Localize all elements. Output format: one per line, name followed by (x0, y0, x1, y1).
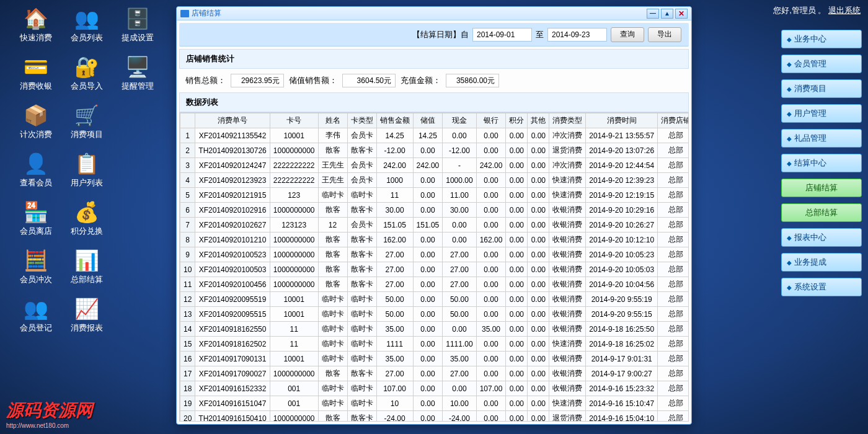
cell: 0.00 (476, 262, 506, 277)
col-header[interactable]: 销售金额 (376, 113, 413, 128)
col-header[interactable]: 卡号 (270, 113, 318, 128)
menu-店铺结算[interactable]: 店铺结算 (781, 179, 862, 197)
menu-总部结算[interactable]: 总部结算 (781, 203, 862, 222)
desktop-icon-用户列表[interactable]: 📋用户列表 (62, 151, 112, 188)
menu-用户管理[interactable]: 用户管理 (781, 104, 862, 123)
desktop-icon-提醒管理[interactable]: 🖥️提醒管理 (113, 55, 162, 92)
desktop-icon-计次消费[interactable]: 📦计次消费 (11, 103, 61, 140)
cell: 退货消费 (549, 143, 586, 158)
col-header[interactable]: 储值 (413, 113, 443, 128)
col-header[interactable]: 消费类型 (549, 113, 586, 128)
desktop-icon-消费报表[interactable]: 📈消费报表 (62, 296, 112, 334)
cell: 临时卡 (318, 322, 347, 337)
table-row[interactable]: 11XF201409201004561000000000散客散客卡27.000.… (180, 277, 689, 292)
col-header[interactable]: 银行 (476, 113, 506, 128)
desktop-icon-快速消费[interactable]: 🏠快速消费 (11, 6, 61, 43)
table-row[interactable]: 17XF201409170900271000000000散客散客卡27.000.… (180, 366, 689, 381)
table-row[interactable]: 20TH201409161504101000000000散客散客卡-24.000… (180, 411, 689, 422)
table-row[interactable]: 3XF201409201242472222222222王先生会员卡242.002… (180, 158, 689, 173)
date-from-input[interactable] (472, 28, 532, 42)
query-button[interactable]: 查询 (611, 27, 644, 42)
app-icon: 📋 (73, 151, 101, 176)
col-header[interactable]: 积分 (506, 113, 528, 128)
cell: 9 (180, 247, 195, 262)
table-row[interactable]: 18XF20140916152332001临时卡临时卡107.000.000.0… (180, 381, 689, 396)
table-row[interactable]: 9XF201409201005231000000000散客散客卡27.000.0… (180, 247, 689, 262)
desktop-icon-提成设置[interactable]: 🗄️提成设置 (113, 6, 162, 43)
app-icon: 🏪 (22, 200, 50, 224)
table-row[interactable]: 16XF2014091709013110001临时卡临时卡35.000.0035… (180, 352, 689, 366)
cell: 0.00 (413, 143, 443, 158)
menu-报表中心[interactable]: 报表中心 (781, 228, 862, 247)
table-row[interactable]: 12XF2014092009551910001临时卡临时卡50.000.0050… (180, 292, 689, 307)
desktop-icon-会员导入[interactable]: 🔐会员导入 (62, 55, 112, 92)
cell: 11 (270, 322, 318, 337)
menu-结算中心[interactable]: 结算中心 (781, 154, 862, 172)
table-row[interactable]: 19XF20140916151047001临时卡临时卡100.0010.000.… (180, 396, 689, 411)
recharge-value[interactable] (446, 74, 499, 87)
data-table-wrap[interactable]: 消费单号卡号姓名卡类型销售金额储值现金银行积分其他消费类型消费时间消费店铺 1X… (179, 112, 689, 422)
cell: 35.00 (443, 352, 476, 366)
cell: 收银消费 (549, 322, 586, 337)
desktop-icon-总部结算[interactable]: 📊总部结算 (62, 248, 112, 285)
date-to-input[interactable] (547, 28, 607, 42)
col-header[interactable]: 其他 (528, 113, 549, 128)
cell: 0.00 (476, 188, 506, 203)
desktop-icon-会员离店[interactable]: 🏪会员离店 (11, 200, 61, 237)
cell: 0.00 (476, 247, 506, 262)
cell: 总部 (658, 352, 689, 366)
col-header[interactable]: 姓名 (318, 113, 347, 128)
col-header[interactable]: 卡类型 (347, 113, 376, 128)
desktop-icon-会员列表[interactable]: 👥会员列表 (62, 6, 112, 43)
cell: 0.00 (506, 352, 528, 366)
cell: 1000000000 (270, 262, 318, 277)
cell: 0.00 (476, 352, 506, 366)
table-row[interactable]: 1XF2014092113554210001李伟会员卡14.2514.250.0… (180, 128, 689, 143)
logout-link[interactable]: 退出系统 (828, 6, 861, 15)
col-header[interactable]: 现金 (443, 113, 476, 128)
col-header[interactable] (180, 113, 195, 128)
cell: 0.00 (506, 247, 528, 262)
desktop-icon-积分兑换[interactable]: 💰积分兑换 (62, 200, 112, 237)
table-row[interactable]: 2TH201409201307261000000000散客散客卡-12.000.… (180, 143, 689, 158)
stored-value[interactable] (342, 74, 396, 87)
maximize-button[interactable]: ▲ (661, 9, 673, 19)
table-row[interactable]: 14XF2014091816255011临时卡临时卡35.000.000.003… (180, 322, 689, 337)
table-row[interactable]: 6XF201409201029161000000000散客散客卡30.000.0… (180, 203, 689, 218)
cell: 0.00 (413, 396, 443, 411)
menu-会员管理[interactable]: 会员管理 (781, 55, 862, 73)
table-row[interactable]: 15XF2014091816250211临时卡临时卡11110.001111.0… (180, 337, 689, 352)
sales-value[interactable] (231, 74, 284, 87)
cell: 临时卡 (347, 381, 376, 396)
col-header[interactable]: 消费店铺 (658, 113, 689, 128)
window-titlebar[interactable]: 店铺结算 — ▲ ✕ (177, 7, 691, 20)
table-row[interactable]: 8XF201409201012101000000000散客散客卡162.000.… (180, 232, 689, 247)
menu-业务中心[interactable]: 业务中心 (781, 30, 862, 48)
col-header[interactable]: 消费单号 (195, 113, 270, 128)
menu-礼品管理[interactable]: 礼品管理 (781, 129, 862, 148)
desktop-icon-查看会员[interactable]: 👤查看会员 (11, 151, 61, 188)
table-row[interactable]: 7XF2014092010262712312312会员卡151.05151.05… (180, 218, 689, 232)
cell: XF20140920100503 (195, 262, 270, 277)
desktop-icon-会员登记[interactable]: 👥会员登记 (11, 296, 61, 334)
table-row[interactable]: 4XF201409201239232222222222王先生会员卡10000.0… (180, 173, 689, 188)
menu-消费项目[interactable]: 消费项目 (781, 79, 862, 98)
cell: 总部 (658, 277, 689, 292)
app-icon: 📈 (73, 296, 101, 321)
desktop-icon-消费收银[interactable]: 💳消费收银 (11, 55, 61, 92)
table-row[interactable]: 10XF201409201005031000000000散客散客卡27.000.… (180, 262, 689, 277)
cell: 2014-9-20 12:44:54 (586, 158, 658, 173)
cell: 0.00 (528, 188, 549, 203)
table-row[interactable]: 13XF2014092009551510001临时卡临时卡50.000.0050… (180, 307, 689, 322)
export-button[interactable]: 导出 (648, 27, 681, 42)
col-header[interactable]: 消费时间 (586, 113, 658, 128)
minimize-button[interactable]: — (647, 9, 659, 19)
desktop-icon-消费项目[interactable]: 🛒消费项目 (62, 103, 112, 140)
table-row[interactable]: 5XF20140920121915123临时卡临时卡110.0011.000.0… (180, 188, 689, 203)
close-button[interactable]: ✕ (675, 9, 688, 19)
cell: 30.00 (376, 203, 413, 218)
menu-业务提成[interactable]: 业务提成 (781, 253, 862, 272)
menu-系统设置[interactable]: 系统设置 (781, 278, 862, 296)
cell: 0.00 (443, 218, 476, 232)
desktop-icon-会员冲次[interactable]: 🧮会员冲次 (11, 248, 61, 285)
